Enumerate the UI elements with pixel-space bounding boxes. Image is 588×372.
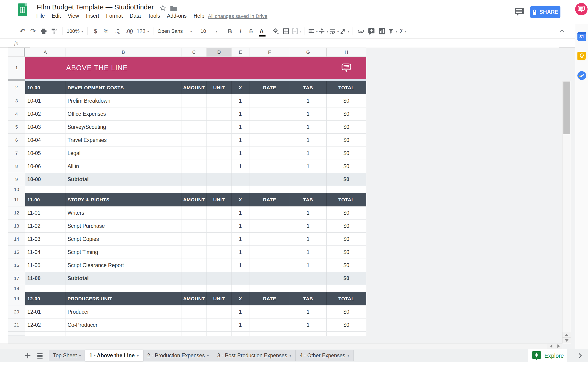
cell-G3[interactable]: 1 — [290, 94, 327, 107]
menu-tools[interactable]: Tools — [148, 13, 160, 19]
cell-D21[interactable] — [207, 319, 231, 331]
cell-E4[interactable]: 1 — [231, 107, 250, 121]
cell-C14[interactable] — [181, 233, 207, 246]
cell-D14[interactable] — [207, 233, 231, 246]
text-wrap-icon[interactable]: ▾ — [329, 26, 339, 36]
column-header-F[interactable]: F — [250, 48, 290, 57]
cell-A19[interactable]: 12-00 — [25, 292, 65, 305]
cell-F17[interactable] — [250, 272, 290, 285]
filter-icon[interactable]: ▾ — [387, 26, 398, 36]
row-header-5[interactable]: 5 — [8, 121, 25, 134]
more-formats-select[interactable]: 123 ▾ — [135, 26, 150, 36]
cell-F7[interactable] — [250, 147, 290, 160]
row-header-14[interactable]: 14 — [8, 233, 25, 246]
cell-E18[interactable] — [231, 285, 250, 292]
cell-B3[interactable]: Prelim Breakdown — [65, 94, 181, 107]
add-sheet-icon[interactable] — [24, 352, 32, 360]
cell-A4[interactable]: 10-02 — [25, 107, 65, 121]
cell-B15[interactable]: Script Timing — [65, 246, 181, 259]
cell-A8[interactable]: 10-06 — [25, 160, 65, 173]
row-header-2[interactable]: 2 — [8, 81, 25, 94]
cell-E11[interactable]: X — [231, 193, 250, 207]
cell-E14[interactable]: 1 — [231, 233, 250, 246]
cell-H14[interactable]: $0 — [327, 233, 366, 246]
cell-E21[interactable]: 1 — [231, 319, 250, 331]
zoom-select[interactable]: 100% ▾ — [65, 26, 84, 36]
menu-edit[interactable]: Edit — [52, 13, 61, 19]
cell-E13[interactable]: 1 — [231, 219, 250, 233]
cell-F4[interactable] — [250, 107, 290, 121]
cell-D6[interactable] — [207, 134, 231, 147]
cell-D20[interactable] — [207, 305, 231, 319]
font-size-select[interactable]: 10 ▾ — [199, 26, 219, 36]
cell-C2[interactable]: AMOUNT — [181, 81, 207, 94]
cell-A13[interactable]: 11-02 — [25, 219, 65, 233]
merge-cells-icon[interactable]: ▾ — [291, 26, 302, 36]
cell-E2[interactable]: X — [231, 81, 250, 94]
cell-G15[interactable]: 1 — [290, 246, 327, 259]
share-button[interactable]: SHARE — [530, 6, 560, 18]
cell-F14[interactable] — [250, 233, 290, 246]
cell-C5[interactable] — [181, 121, 207, 134]
cell-D13[interactable] — [207, 219, 231, 233]
cell-F3[interactable] — [250, 94, 290, 107]
cell-F16[interactable] — [250, 259, 290, 272]
cell-H3[interactable]: $0 — [327, 94, 366, 107]
cell-A6[interactable]: 10-04 — [25, 134, 65, 147]
cell-E9[interactable] — [231, 173, 250, 186]
insert-chart-icon[interactable] — [377, 26, 387, 36]
hide-side-panel-icon[interactable] — [576, 352, 584, 360]
insert-comment-icon[interactable] — [366, 26, 377, 36]
all-sheets-icon[interactable] — [36, 352, 44, 359]
scroll-up-button[interactable] — [562, 332, 571, 338]
column-header-G[interactable]: G — [290, 48, 327, 57]
cell-C6[interactable] — [181, 134, 207, 147]
cell-H19[interactable]: TOTAL — [327, 292, 366, 305]
cell-C18[interactable] — [181, 285, 207, 292]
decrease-decimal-button[interactable]: .0 ← — [111, 26, 123, 36]
cell-E15[interactable]: 1 — [231, 246, 250, 259]
cell-F18[interactable] — [250, 285, 290, 292]
cell-F22[interactable] — [250, 331, 290, 336]
menu-view[interactable]: View — [68, 13, 79, 19]
cell-B11[interactable]: STORY & RIGHTS — [65, 193, 181, 207]
select-all-corner[interactable] — [8, 48, 25, 57]
scroll-left-button[interactable] — [547, 343, 555, 349]
cell-E17[interactable] — [231, 272, 250, 285]
cell-D5[interactable] — [207, 121, 231, 134]
cell-F21[interactable] — [250, 319, 290, 331]
cell-H6[interactable]: $0 — [327, 134, 366, 147]
cell-B17[interactable]: Subtotal — [65, 272, 181, 285]
cell-B8[interactable]: All in — [65, 160, 181, 173]
row-header-3[interactable]: 3 — [8, 94, 25, 107]
cell-B21[interactable]: Co-Producer — [65, 319, 181, 331]
cell-E20[interactable]: 1 — [231, 305, 250, 319]
cell-B4[interactable]: Office Expenses — [65, 107, 181, 121]
cell-F8[interactable] — [250, 160, 290, 173]
row-header-17[interactable]: 17 — [8, 272, 25, 285]
italic-button[interactable]: I — [235, 26, 246, 36]
cell-H5[interactable]: $0 — [327, 121, 366, 134]
cell-F5[interactable] — [250, 121, 290, 134]
cell-D2[interactable]: UNIT — [207, 81, 231, 94]
star-icon[interactable] — [159, 5, 166, 11]
cell-A17[interactable]: 11-00 — [25, 272, 65, 285]
cell-D17[interactable] — [207, 272, 231, 285]
cell-H8[interactable]: $0 — [327, 160, 366, 173]
functions-button[interactable]: Σ ▾ — [398, 26, 408, 36]
cell-D11[interactable]: UNIT — [207, 193, 231, 207]
vertical-align-icon[interactable]: ▾ — [318, 26, 329, 36]
cell-H18[interactable] — [327, 285, 366, 292]
text-color-button[interactable]: A — [256, 26, 267, 36]
cell-C7[interactable] — [181, 147, 207, 160]
cell-C19[interactable]: AMOUNT — [181, 292, 207, 305]
row-header-7[interactable]: 7 — [8, 147, 25, 160]
cell-D22[interactable] — [207, 331, 231, 336]
cell-C9[interactable] — [181, 173, 207, 186]
cell-H15[interactable]: $0 — [327, 246, 366, 259]
strikethrough-button[interactable]: S — [246, 26, 256, 36]
cell-G16[interactable]: 1 — [290, 259, 327, 272]
cell-G14[interactable]: 1 — [290, 233, 327, 246]
sheet-tab-top-sheet[interactable]: Top Sheet▾ — [49, 350, 85, 361]
tasks-icon[interactable] — [578, 71, 586, 80]
